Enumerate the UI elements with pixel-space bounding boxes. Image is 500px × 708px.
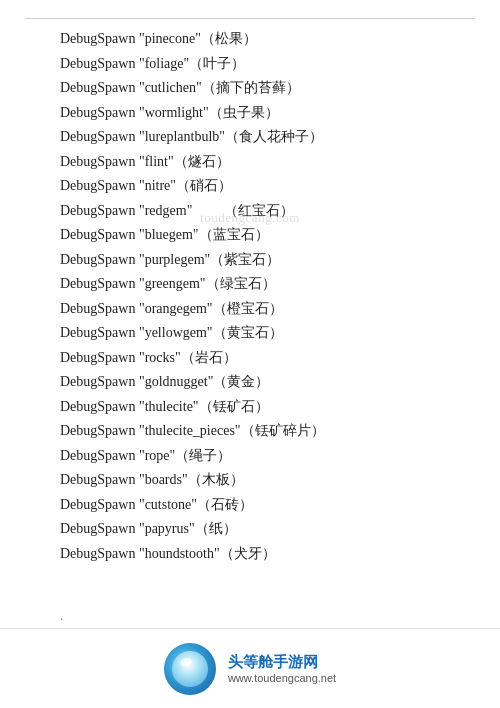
list-item: DebugSpawn "greengem"（绿宝石） [60, 272, 440, 297]
list-item: DebugSpawn "redgem" （红宝石） [60, 199, 440, 224]
top-divider [25, 18, 475, 19]
logo-inner [172, 651, 208, 687]
site-name: 头等舱手游网 [228, 653, 336, 672]
site-info: 头等舱手游网 www.toudengcang.net [228, 653, 336, 684]
list-item: DebugSpawn "flint"（燧石） [60, 150, 440, 175]
list-item: DebugSpawn "yellowgem"（黄宝石） [60, 321, 440, 346]
list-item: DebugSpawn "rocks"（岩石） [60, 346, 440, 371]
list-item: DebugSpawn "lureplantbulb"（食人花种子） [60, 125, 440, 150]
list-item: DebugSpawn "wormlight"（虫子果） [60, 101, 440, 126]
list-item: DebugSpawn "goldnugget"（黄金） [60, 370, 440, 395]
list-item: DebugSpawn "nitre"（硝石） [60, 174, 440, 199]
list-item: DebugSpawn "papyrus"（纸） [60, 517, 440, 542]
list-item: DebugSpawn "pinecone"（松果） [60, 27, 440, 52]
list-item: DebugSpawn "orangegem"（橙宝石） [60, 297, 440, 322]
list-item: DebugSpawn "cutlichen"（摘下的苔藓） [60, 76, 440, 101]
logo-highlight [179, 656, 193, 668]
footer: 头等舱手游网 www.toudengcang.net [0, 628, 500, 708]
list-item: DebugSpawn "bluegem"（蓝宝石） [60, 223, 440, 248]
site-logo [164, 643, 216, 695]
list-item: DebugSpawn "purplegem"（紫宝石） [60, 248, 440, 273]
list-item: DebugSpawn "thulecite_pieces"（铥矿碎片） [60, 419, 440, 444]
dot-bottom: . [60, 608, 64, 624]
list-item: DebugSpawn "cutstone"（石砖） [60, 493, 440, 518]
list-item: DebugSpawn "rope"（绳子） [60, 444, 440, 469]
content-area: DebugSpawn "pinecone"（松果）DebugSpawn "fol… [0, 27, 500, 566]
site-url: www.toudengcang.net [228, 672, 336, 684]
list-item: DebugSpawn "houndstooth"（犬牙） [60, 542, 440, 567]
list-item: DebugSpawn "boards"（木板） [60, 468, 440, 493]
list-item: DebugSpawn "thulecite"（铥矿石） [60, 395, 440, 420]
list-item: DebugSpawn "foliage"（叶子） [60, 52, 440, 77]
